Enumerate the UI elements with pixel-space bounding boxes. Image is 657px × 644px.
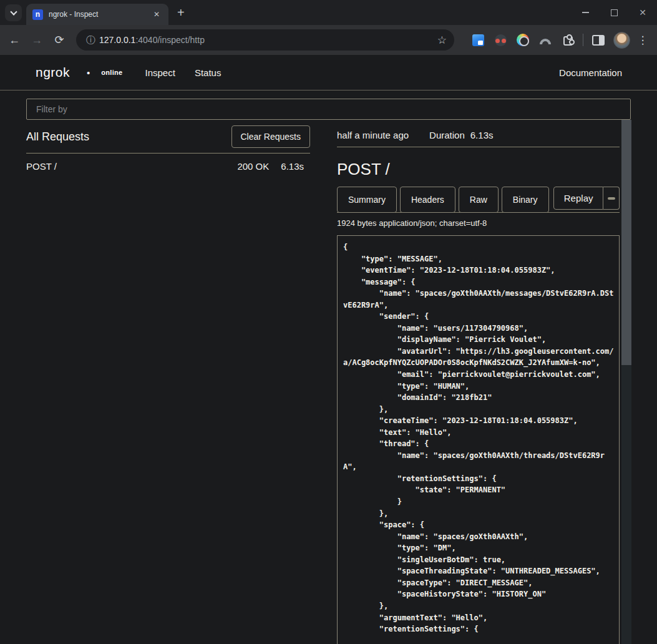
new-tab-button[interactable]: + [177,6,185,20]
maximize-button[interactable] [600,0,628,25]
detail-tabs: Summary Headers Raw Binary Replay [337,187,620,213]
titlebar: n ngrok - Inspect ✕ + ✕ [0,0,657,25]
request-body-json[interactable]: { "type": "MESSAGE", "eventTime": "2023-… [337,235,620,644]
json-line: { [343,242,613,253]
nav-inspect-link[interactable]: Inspect [145,67,175,78]
json-line: "spaceHistoryState": "HISTORY_ON" [343,588,613,600]
filter-input[interactable] [26,99,631,120]
arc-icon [540,39,551,44]
puzzle-icon [563,36,573,46]
request-status: 200 OK [237,161,269,172]
json-line: "createTime": "2023-12-18T01:18:04.05598… [343,415,613,427]
replay-options-button[interactable] [603,187,620,210]
detail-title: POST / [337,160,620,179]
camera-extension-button[interactable] [515,32,530,47]
browser-menu-button[interactable]: ⋮ [634,34,651,47]
panel-scrollbar-thumb[interactable] [621,120,631,365]
maximize-icon [611,9,618,16]
blue-window-icon [472,34,484,46]
documentation-link[interactable]: Documentation [559,67,622,78]
extensions-area: ⋮ [467,32,651,49]
tab-headers[interactable]: Headers [400,187,455,213]
url-host: 127.0.0.1 [99,35,135,45]
json-line: "message": { [343,276,613,288]
screenshot-extension-button[interactable] [470,32,485,47]
tab-close-icon[interactable]: ✕ [151,9,162,20]
json-line: "displayName": "Pierrick Voulet", [343,334,613,346]
json-line: "spaceType": "DIRECT_MESSAGE", [343,577,613,589]
extensions-menu-button[interactable] [560,32,575,47]
json-line: }, [343,404,613,416]
json-line: "type": "MESSAGE", [343,253,613,265]
json-line: "retentionSettings": { [343,473,613,485]
json-line: "name": "spaces/goXth0AAXth/messages/DSt… [343,288,613,300]
request-list-title: All Requests [26,130,89,144]
json-line: "type": "DM", [343,542,613,554]
tab-raw[interactable]: Raw [459,187,499,213]
content-container: All Requests Clear Requests POST / 200 O… [0,99,657,644]
body-content-type: 1924 bytes application/json; charset=utf… [337,218,620,228]
status-badge: online [101,69,122,76]
chevron-down-icon [10,8,17,15]
clear-requests-button[interactable]: Clear Requests [231,125,311,148]
json-line: "name": "users/117304790968", [343,323,613,334]
spy-extension-button[interactable] [493,32,508,47]
panel-scrollbar[interactable] [621,120,631,644]
json-line: A", [343,461,613,473]
json-line: "spaceThreadingState": "UNTHREADED_MESSA… [343,565,613,577]
browser-tab[interactable]: n ngrok - Inspect ✕ [26,4,168,25]
profile-avatar[interactable] [613,32,630,49]
json-line: } [343,496,613,508]
nav-status-link[interactable]: Status [195,67,221,78]
goggles-icon [495,34,507,46]
request-detail-panel: half a minute ago Duration 6.13s POST / … [337,120,631,644]
tab-summary[interactable]: Summary [337,187,397,213]
site-info-icon[interactable]: ⓘ [86,34,95,46]
tab-binary[interactable]: Binary [502,187,549,213]
json-line: "avatarUrl": "https://lh3.googleusercont… [343,346,613,358]
json-line: "domainId": "218fb21" [343,392,613,404]
replay-options-icon [608,197,615,200]
site-header: ngrok • online Inspect Status Documentat… [0,55,657,90]
json-line: }, [343,508,613,520]
url-text: 127.0.0.1:4040/inspect/http [99,35,432,45]
json-line: "singleUserBotDm": true, [343,554,613,566]
json-line: vE62R9rA", [343,300,613,311]
arc-extension-button[interactable] [538,32,553,47]
json-line: "name": "spaces/goXth0AAXth", [343,531,613,543]
window-controls: ✕ [571,0,657,25]
json-line: "thread": { [343,438,613,450]
bookmark-star-icon[interactable]: ☆ [437,34,447,47]
json-line: "type": "HUMAN", [343,381,613,393]
minimize-button[interactable] [571,0,600,25]
detail-divider [337,147,620,147]
close-window-button[interactable]: ✕ [628,0,657,25]
ngrok-logo[interactable]: ngrok [36,65,70,80]
request-row[interactable]: POST / 200 OK 6.13s [26,154,310,172]
browser-window: n ngrok - Inspect ✕ + ✕ ← → ⟳ ⓘ 127.0.0.… [0,0,657,644]
json-line: a/ACg8ocKpfNYQZcUOPADOr0S8ocKpfNKdS2CWZK… [343,357,613,369]
request-duration: 6.13s [281,161,304,172]
url-path: :4040/inspect/http [135,35,205,45]
request-list-panel: All Requests Clear Requests POST / 200 O… [26,120,310,172]
browser-toolbar: ← → ⟳ ⓘ 127.0.0.1:4040/inspect/http ☆ ⋮ [0,25,657,55]
json-line: "retentionSettings": { [343,623,613,635]
json-line: "email": "pierrickvoulet@pierrickvoulet.… [343,369,613,381]
status-dot-icon: • [87,67,90,78]
address-bar[interactable]: ⓘ 127.0.0.1:4040/inspect/http ☆ [76,29,454,51]
json-line: "sender": { [343,311,613,323]
minimize-icon [582,12,589,13]
json-line: "space": { [343,519,613,531]
tab-search-button[interactable] [5,4,22,21]
duration-label: Duration [429,130,465,140]
request-method-path: POST / [26,161,237,172]
json-line: "argumentText": "Hello", [343,612,613,624]
json-line: "eventTime": "2023-12-18T01:18:04.055983… [343,265,613,276]
toolbar-separator [583,34,583,46]
back-button[interactable]: ← [3,29,26,51]
reload-button[interactable]: ⟳ [48,29,71,51]
ngrok-favicon-icon: n [32,9,43,20]
side-panel-button[interactable] [591,32,606,47]
forward-button[interactable]: → [26,29,48,51]
replay-button[interactable]: Replay [553,187,604,210]
